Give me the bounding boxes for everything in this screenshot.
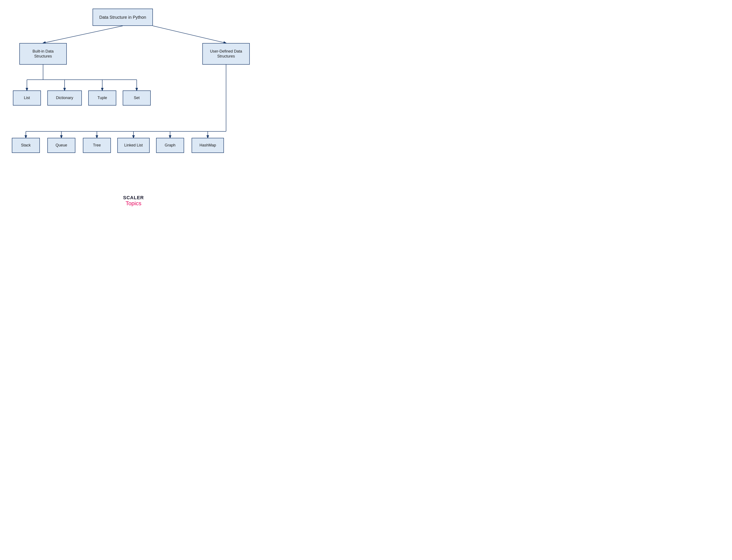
node-hashmap: HashMap bbox=[192, 138, 224, 153]
logo-area: SCALER Topics bbox=[123, 195, 144, 207]
node-userdefined: User-Defined DataStructures bbox=[202, 43, 250, 65]
node-root: Data Structure in Python bbox=[93, 9, 153, 26]
logo-scaler: SCALER bbox=[123, 195, 144, 200]
node-list: List bbox=[13, 90, 41, 106]
node-set: Set bbox=[123, 90, 151, 106]
node-linkedlist: Linked List bbox=[117, 138, 150, 153]
logo-topics: Topics bbox=[123, 200, 144, 207]
node-tree: Tree bbox=[83, 138, 111, 153]
node-dictionary: Dictionary bbox=[47, 90, 82, 106]
node-graph: Graph bbox=[156, 138, 184, 153]
svg-line-1 bbox=[153, 26, 226, 43]
diagram-container: Data Structure in Python Built-in DataSt… bbox=[0, 0, 267, 194]
svg-line-0 bbox=[43, 26, 123, 43]
node-stack: Stack bbox=[12, 138, 40, 153]
node-queue: Queue bbox=[47, 138, 75, 153]
node-tuple: Tuple bbox=[88, 90, 116, 106]
node-builtin: Built-in DataStructures bbox=[19, 43, 67, 65]
